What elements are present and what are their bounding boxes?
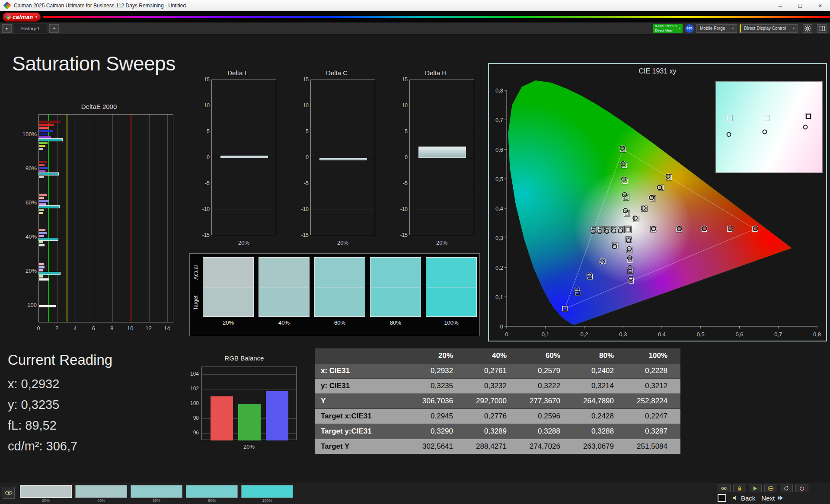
bar [39,235,44,237]
bar [39,176,44,178]
axis-tick-label: 0,5 [495,176,503,182]
row-label: x: CIE31 [315,364,406,378]
delta-c-chart: Delta C 20% 151050-5-10-15 [297,69,377,249]
saturation-swatch: 100% [426,257,477,331]
saturation-level-button[interactable]: 40% [75,485,127,504]
swatch-label: 80% [370,319,421,326]
back-button[interactable]: Back [732,494,755,502]
target-marker [764,115,769,121]
row-label: Y [315,394,406,408]
table-row: y: CIE310,32350,32320,32220,32140,3212 [315,379,680,394]
bar [39,278,49,281]
display-control-select[interactable]: Direct Display Control ▾ [740,24,798,33]
table-cell: 0,3287 [621,424,674,439]
coins-button[interactable] [764,485,777,492]
saturation-level-button[interactable]: 80% [186,485,238,504]
measured-marker [622,177,626,181]
toolbar-right-group: X-Rite i1Pro 3 Direct View ▾ 695 Mobile … [653,24,827,33]
bar [39,170,45,172]
measured-marker [677,226,681,231]
table-cell: 0,3235 [406,379,460,393]
minimize-button[interactable]: – [770,0,790,11]
current-reading-values: x: 0,2932y: 0,3235fL: 89,52cd/m²: 306,7 [8,377,77,460]
measured-marker [726,132,731,137]
saturation-level-button[interactable]: 60% [131,485,182,504]
swatch-color [186,485,238,498]
bar [39,232,47,234]
meter-count-badge[interactable]: 695 [685,24,694,33]
axis-tick-label: 96 [182,430,199,436]
history-expand-button[interactable]: ▸ [2,24,12,33]
titlebar: Calman 2025 Calman Ultimate for Business… [0,0,830,11]
chevron-down-icon: ▾ [679,26,680,31]
axis-label: 100% [19,131,37,137]
table-cell: 0,3222 [514,379,567,393]
next-label: Next [761,494,775,502]
bar [39,209,44,211]
x-axis-label: 20% [310,239,375,246]
reading-value: x: 0,2932 [8,377,77,391]
swatch-label: 40% [75,498,127,503]
bar [39,161,47,163]
bar [39,305,56,307]
saturation-level-button[interactable]: 100% [241,485,293,504]
swatch-label: 100% [241,498,293,503]
saturation-level-buttons: 20%40%60%80%100% [20,483,305,504]
axis-tick-label: 2 [55,325,58,332]
eye-toggle-button[interactable] [718,485,731,492]
gridline [202,389,296,389]
close-button[interactable]: × [810,0,830,11]
swatch-label: 60% [131,498,182,503]
gridline [94,115,94,322]
next-button[interactable]: Next [761,494,783,502]
measured-marker [587,273,591,277]
power-button[interactable] [795,485,808,492]
axis-tick-label: 0 [37,325,40,332]
refresh-button[interactable] [780,485,793,492]
table-cell: 251,5084 [621,439,674,454]
bottom-bar: 20%40%60%80%100% [0,483,830,504]
deltae-2000-chart: DeltaE 2000 100%80%60%40%20%100024681012… [19,101,179,336]
axis-tick-label: 10 [127,325,133,332]
table-cell: 288,4271 [460,439,514,454]
visibility-toggle-button[interactable] [3,487,15,499]
lock-button[interactable] [733,485,746,492]
play-button[interactable] [749,485,762,492]
calman-wordmark: calman [13,14,33,20]
window-controls: – □ × [770,0,830,11]
axis-tick-label: 0,2 [495,265,503,271]
layout-panels-button[interactable] [817,24,827,33]
add-tab-button[interactable]: + [49,24,59,33]
actual-row-label: Actual [192,257,199,287]
toolbar: ▸ History 1 + X-Rite i1Pro 3 Direct View… [0,22,830,35]
back-label: Back [741,494,755,502]
meter-button[interactable]: X-Rite i1Pro 3 Direct View ▾ [653,24,683,33]
tab-history-1[interactable]: History 1 [14,24,47,33]
saturation-level-button[interactable]: 20% [20,485,72,504]
table-cell: 274,7026 [514,439,567,454]
axis-tick-label: 15 [198,77,210,83]
utility-icon-row [718,485,826,492]
speaker-icon [732,495,738,501]
settings-gear-button[interactable] [803,24,812,33]
bar [39,127,49,129]
checkbox-button[interactable] [718,494,726,502]
lock-icon [737,486,742,491]
axis-label: 60% [19,199,37,206]
axis-tick-label: 0,3 [619,331,627,338]
swatch-label: 40% [259,319,310,326]
swatch-label: 60% [314,319,365,326]
panels-icon [819,26,825,31]
reference-line [131,115,131,322]
reading-value: cd/m²: 306,7 [8,439,77,453]
axis-tick-label: 98 [182,415,199,421]
bar [39,200,49,202]
axis-tick-label: 0,4 [658,331,666,338]
maximize-button[interactable]: □ [790,0,810,11]
measured-marker [575,287,579,292]
source-select[interactable]: Mobile Forge ▾ [696,24,737,33]
swatch-label: 80% [186,498,238,503]
calman-logo-button[interactable]: calman ▾ [3,13,41,22]
axis-tick-label: -5 [297,180,309,186]
navigation-row: Back Next [718,494,826,502]
